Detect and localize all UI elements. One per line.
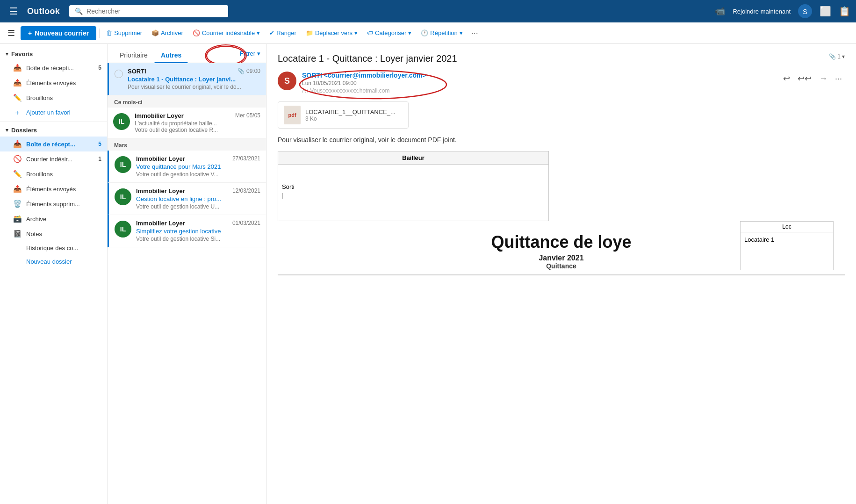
repetition-icon: 🕐 — [421, 29, 428, 36]
search-icon: 🔍 — [75, 7, 83, 15]
favoris-label: Favoris — [11, 50, 33, 58]
move-button[interactable]: ✔ Ranger — [266, 27, 300, 39]
favoris-chevron-icon: ▾ — [6, 51, 8, 57]
tab-prioritaire[interactable]: Prioritaire — [113, 48, 154, 63]
email-item-immo4[interactable]: IL Immobilier Loyer 01/03/2021 Simplifie… — [108, 215, 266, 247]
attachment-box[interactable]: pdf LOCATAIRE_1__QUITTANCE_... 3 Ko — [278, 101, 409, 129]
dossiers-label: Dossiers — [11, 127, 37, 134]
tab-autres-label: Autres — [161, 51, 181, 59]
delete-button[interactable]: 🗑 Supprimer — [102, 27, 146, 39]
sidebar-item-notes[interactable]: 📓 Notes — [0, 226, 107, 241]
sidebar-item-boite-reception-label: Boîte de récept... — [26, 141, 75, 148]
email-subject-sorti: Locataire 1 - Quittance : Loyer janvi... — [128, 76, 260, 83]
count-chevron: ▾ — [842, 53, 845, 60]
junk-button[interactable]: 🚫 Courrier indésirable ▾ — [189, 27, 264, 39]
reply-all-button[interactable]: ↩↩ — [795, 72, 814, 86]
email-preview-sorti: Pour visualiser le courrier original, vo… — [128, 84, 260, 90]
add-fav-icon: + — [13, 108, 22, 116]
categorize-button[interactable]: 🏷 Catégoriser ▾ — [363, 27, 415, 39]
sidebar-item-boite-reception-badge: 5 — [98, 141, 101, 147]
skype-icon[interactable]: S — [798, 4, 812, 18]
tabs-bar: Prioritaire Autres Filtrer ▾ — [108, 44, 266, 63]
email-subject-immo4: Simplifiez votre gestion locative — [136, 228, 260, 235]
pdf-icon: pdf — [284, 106, 301, 124]
sidebar-item-brouillons-favoris[interactable]: ✏️ Brouillons — [0, 90, 107, 105]
forward-button[interactable]: → — [816, 72, 830, 86]
filter-button[interactable]: Filtrer ▾ — [240, 50, 260, 61]
tab-autres[interactable]: Autres — [154, 48, 188, 63]
email-time-immo4: 01/03/2021 — [232, 220, 260, 226]
new-mail-label: Nouveau courrier — [35, 29, 89, 37]
more-reply-button[interactable]: ··· — [832, 72, 845, 86]
email-subject-immo2: Votre quittance pour Mars 2021 — [136, 163, 260, 170]
sidebar-item-brouillons[interactable]: ✏️ Brouillons — [0, 166, 107, 181]
dossiers-header[interactable]: ▾ Dossiers — [0, 124, 107, 137]
archive-button[interactable]: 📦 Archiver — [148, 27, 187, 39]
app-logo: Outlook — [27, 7, 60, 16]
draft2-icon: ✏️ — [13, 170, 22, 178]
hamburger-menu-button[interactable]: ☰ — [6, 3, 22, 20]
move-to-button[interactable]: 📁 Déplacer vers ▾ — [302, 27, 361, 39]
email-content-immo3: Immobilier Loyer 12/03/2021 Gestion loca… — [136, 187, 260, 210]
email-content-immo4: Immobilier Loyer 01/03/2021 Simplifiez v… — [136, 220, 260, 242]
sidebar-item-courrier-ind-badge: 1 — [98, 156, 101, 162]
sidebar-item-courrier-ind-label: Courrier indésir... — [26, 156, 72, 163]
email-check-sorti[interactable] — [115, 70, 123, 78]
sender-avatar: S — [278, 72, 296, 90]
favoris-header[interactable]: ▾ Favoris — [0, 48, 107, 60]
sidebar-item-courrier-ind[interactable]: 🚫 Courrier indésir... 1 — [0, 151, 107, 166]
collapse-sidebar-button[interactable]: ☰ — [4, 25, 19, 41]
sidebar-item-elements-envoyes-favoris[interactable]: 📤 Éléments envoyés — [0, 75, 107, 90]
email-meta-immo3: Immobilier Loyer 12/03/2021 — [136, 187, 260, 195]
bailleur-content: Sorti — [282, 183, 295, 190]
email-item-immo3[interactable]: IL Immobilier Loyer 12/03/2021 Gestion l… — [108, 183, 266, 215]
inbox-icon: 📥 — [13, 64, 22, 72]
attachment-icon-sorti: 📎 — [237, 68, 245, 74]
sidebar-item-boite-favoris[interactable]: 📥 Boîte de récepti... 5 — [0, 60, 107, 75]
email-content-immo1: Immobilier Loyer Mer 05/05 L'actualité d… — [135, 112, 260, 133]
sidebar-item-historique[interactable]: Historique des co... — [0, 241, 107, 255]
email-item-immo2[interactable]: IL Immobilier Loyer 27/03/2021 Votre qui… — [108, 151, 266, 183]
more-actions-button[interactable]: ··· — [468, 26, 481, 40]
attachment-size: 3 Ko — [305, 115, 396, 122]
sender-name: SORTI <courrier@immobilierloyer.com> — [302, 72, 775, 79]
email-content-immo2: Immobilier Loyer 27/03/2021 Votre quitta… — [136, 155, 260, 178]
join-now-button[interactable]: Rejoindre maintenant — [733, 8, 791, 15]
sidebar-item-ajouter-favori-label: Ajouter un favori — [26, 109, 71, 116]
avatar-immo4: IL — [115, 221, 131, 238]
video-icon: 📹 — [715, 6, 725, 16]
email-item-sorti[interactable]: SORTI 📎 09:00 Locataire 1 - Quittance : … — [108, 63, 266, 95]
sidebar-item-archive[interactable]: 🗃️ Archive — [0, 211, 107, 226]
settings-icon[interactable]: 📋 — [839, 6, 850, 17]
sidebar: ▾ Favoris 📥 Boîte de récepti... 5 📤 Élém… — [0, 44, 108, 504]
detail-meta: S SORTI <courrier@immobilierloyer.com> L… — [278, 72, 845, 94]
sent2-icon: 📤 — [13, 185, 22, 193]
archive-icon: 📦 — [151, 29, 159, 36]
move-icon: ✔ — [269, 29, 274, 36]
search-input[interactable] — [86, 7, 223, 15]
email-list: Prioritaire Autres Filtrer ▾ SORTI 📎 — [108, 44, 266, 504]
archive2-icon: 🗃️ — [13, 215, 22, 223]
sidebar-item-nouveau-dossier[interactable]: Nouveau dossier — [0, 255, 107, 268]
reply-button[interactable]: ↩ — [780, 72, 793, 86]
sidebar-item-boite-reception[interactable]: 📥 Boîte de récept... 5 — [0, 137, 107, 151]
top-bar-right: 📹 Rejoindre maintenant S ⬜ 📋 — [715, 4, 850, 18]
sidebar-separator-1 — [0, 122, 107, 122]
sidebar-item-elements-suppr[interactable]: 🗑️ Éléments supprim... — [0, 196, 107, 211]
action-divider-1 — [99, 29, 100, 38]
draft-icon: ✏️ — [13, 94, 22, 102]
sidebar-item-ajouter-favori[interactable]: + Ajouter un favori — [0, 105, 107, 120]
repetition-button[interactable]: 🕐 Répétition ▾ — [417, 27, 467, 39]
new-mail-button[interactable]: + Nouveau courrier — [21, 26, 96, 40]
to-label: A : — [302, 87, 309, 94]
email-subject-immo3: Gestion locative en ligne : pro... — [136, 195, 260, 202]
dossiers-chevron-icon: ▾ — [6, 127, 8, 133]
translate-icon[interactable]: ⬜ — [820, 6, 831, 17]
bailleur-row: Sorti | — [278, 165, 548, 221]
search-bar[interactable]: 🔍 — [69, 5, 228, 17]
sender-date: Lun 10/05/2021 09:00 — [302, 80, 775, 86]
categorize-icon: 🏷 — [367, 29, 373, 36]
attachment-count: 📎 1 ▾ — [829, 53, 845, 60]
sidebar-item-elements-envoyes[interactable]: 📤 Éléments envoyés — [0, 181, 107, 196]
email-item-immo1[interactable]: IL Immobilier Loyer Mer 05/05 L'actualit… — [108, 108, 266, 138]
